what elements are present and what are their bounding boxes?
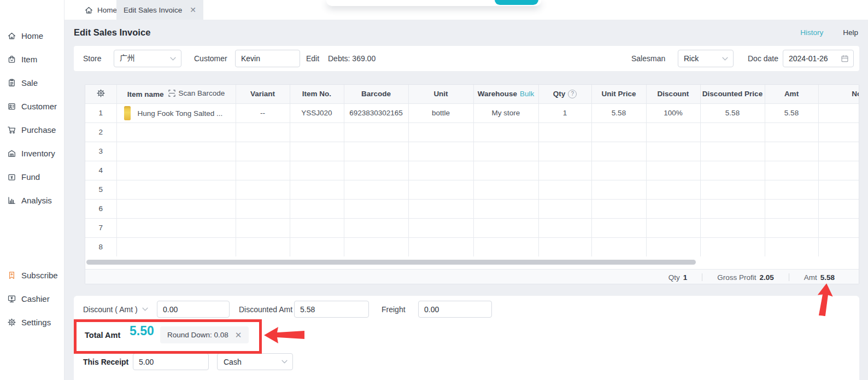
- cell-notes[interactable]: [818, 103, 859, 122]
- cell-unit-price[interactable]: [591, 218, 646, 237]
- cell-variant[interactable]: [236, 199, 290, 218]
- cell-variant[interactable]: [236, 218, 290, 237]
- cell-item[interactable]: [116, 218, 236, 237]
- cell-item[interactable]: [116, 199, 236, 218]
- cell-unit-price[interactable]: [591, 180, 646, 199]
- table-horizontal-scrollbar[interactable]: [85, 256, 859, 269]
- cell-warehouse[interactable]: [473, 122, 538, 142]
- cell-notes[interactable]: [818, 218, 859, 237]
- cell-variant[interactable]: [236, 122, 290, 142]
- history-link[interactable]: History: [800, 28, 823, 37]
- cell-unit[interactable]: [408, 199, 473, 218]
- cell-item-no[interactable]: [290, 218, 344, 237]
- edit-customer-link[interactable]: Edit: [306, 46, 319, 71]
- cell-discount[interactable]: [646, 199, 700, 218]
- cell-item[interactable]: [116, 237, 236, 256]
- cell-qty[interactable]: [538, 161, 591, 180]
- salesman-select[interactable]: Rick: [678, 50, 734, 67]
- cell-item[interactable]: [116, 122, 236, 142]
- cell-discount[interactable]: [646, 161, 700, 180]
- close-icon[interactable]: ✕: [190, 5, 196, 14]
- cell-notes[interactable]: [818, 161, 859, 180]
- sidebar-item-home[interactable]: Home: [0, 24, 64, 48]
- cell-amt[interactable]: [765, 122, 818, 142]
- sidebar-item-item[interactable]: Item: [0, 48, 64, 71]
- cell-qty[interactable]: [538, 218, 591, 237]
- cell-unit-price[interactable]: [591, 161, 646, 180]
- cell-barcode[interactable]: [344, 237, 408, 256]
- cell-discount[interactable]: 100%: [646, 103, 700, 122]
- cell-barcode[interactable]: [344, 122, 408, 142]
- cell-unit[interactable]: [408, 142, 473, 161]
- this-receipt-input[interactable]: [133, 353, 209, 370]
- cell-unit-price[interactable]: [591, 122, 646, 142]
- cell-discount[interactable]: [646, 218, 700, 237]
- cell-item-no[interactable]: [290, 180, 344, 199]
- cell-unit[interactable]: bottle: [408, 103, 473, 122]
- cell-qty[interactable]: 1: [538, 103, 591, 122]
- cell-item-no[interactable]: [290, 161, 344, 180]
- sidebar-item-sale[interactable]: Sale: [0, 71, 64, 95]
- customer-input[interactable]: [235, 50, 300, 67]
- cell-discount[interactable]: [646, 122, 700, 142]
- cell-item-no[interactable]: YSSJ020: [290, 103, 344, 122]
- cell-variant[interactable]: [236, 237, 290, 256]
- cell-unit[interactable]: [408, 161, 473, 180]
- freight-input[interactable]: [418, 301, 492, 318]
- cell-unit-price[interactable]: 5.58: [591, 103, 646, 122]
- cell-barcode[interactable]: [344, 142, 408, 161]
- sidebar-item-subscribe[interactable]: Subscribe: [0, 264, 64, 287]
- cell-variant[interactable]: [236, 142, 290, 161]
- help-link[interactable]: Help: [843, 28, 858, 37]
- cell-notes[interactable]: [818, 180, 859, 199]
- cell-notes[interactable]: [818, 237, 859, 256]
- cell-discount[interactable]: [646, 180, 700, 199]
- cell-discounted-price[interactable]: [700, 142, 765, 161]
- close-icon[interactable]: ✕: [235, 330, 242, 340]
- sidebar-item-cashier[interactable]: Cashier: [0, 287, 64, 311]
- cell-warehouse[interactable]: [473, 142, 538, 161]
- gear-icon[interactable]: [96, 89, 105, 98]
- cell-item[interactable]: [116, 180, 236, 199]
- cell-qty[interactable]: [538, 199, 591, 218]
- cell-amt[interactable]: [765, 161, 818, 180]
- cell-discount[interactable]: [646, 142, 700, 161]
- bulk-link[interactable]: Bulk: [520, 90, 534, 98]
- cell-discounted-price[interactable]: [700, 237, 765, 256]
- sidebar-item-inventory[interactable]: Inventory: [0, 142, 64, 165]
- cell-unit[interactable]: [408, 122, 473, 142]
- cell-amt[interactable]: [765, 142, 818, 161]
- cell-warehouse[interactable]: My store: [473, 103, 538, 122]
- help-icon[interactable]: ?: [568, 90, 577, 98]
- cell-barcode[interactable]: [344, 180, 408, 199]
- cell-unit[interactable]: [408, 237, 473, 256]
- cell-item[interactable]: Hung Fook Tong Salted ...: [116, 103, 236, 122]
- sidebar-item-customer[interactable]: Customer: [0, 95, 64, 118]
- payment-method-select[interactable]: Cash: [217, 353, 293, 370]
- cell-discounted-price[interactable]: [700, 218, 765, 237]
- discount-input[interactable]: [157, 301, 230, 318]
- scrollbar-thumb[interactable]: [86, 260, 696, 265]
- dialog-confirm-button[interactable]: [495, 0, 538, 5]
- cell-item-no[interactable]: [290, 237, 344, 256]
- cell-variant[interactable]: [236, 180, 290, 199]
- cell-item[interactable]: [116, 142, 236, 161]
- cell-barcode[interactable]: 6923830302165: [344, 103, 408, 122]
- cell-barcode[interactable]: [344, 218, 408, 237]
- doc-date-input[interactable]: 2024-01-26: [783, 50, 854, 67]
- cell-warehouse[interactable]: [473, 199, 538, 218]
- cell-amt[interactable]: [765, 237, 818, 256]
- cell-discounted-price[interactable]: [700, 122, 765, 142]
- discounted-amt-input[interactable]: [294, 301, 369, 318]
- cell-item-no[interactable]: [290, 199, 344, 218]
- sidebar-item-fund[interactable]: Fund: [0, 165, 64, 189]
- cell-discounted-price[interactable]: [700, 180, 765, 199]
- cell-variant[interactable]: --: [236, 103, 290, 122]
- cell-amt[interactable]: [765, 199, 818, 218]
- discount-type-select[interactable]: Discount ( Amt ): [83, 301, 153, 318]
- cell-item[interactable]: [116, 161, 236, 180]
- cell-item-no[interactable]: [290, 142, 344, 161]
- cell-unit[interactable]: [408, 218, 473, 237]
- cell-warehouse[interactable]: [473, 218, 538, 237]
- cell-discounted-price[interactable]: [700, 161, 765, 180]
